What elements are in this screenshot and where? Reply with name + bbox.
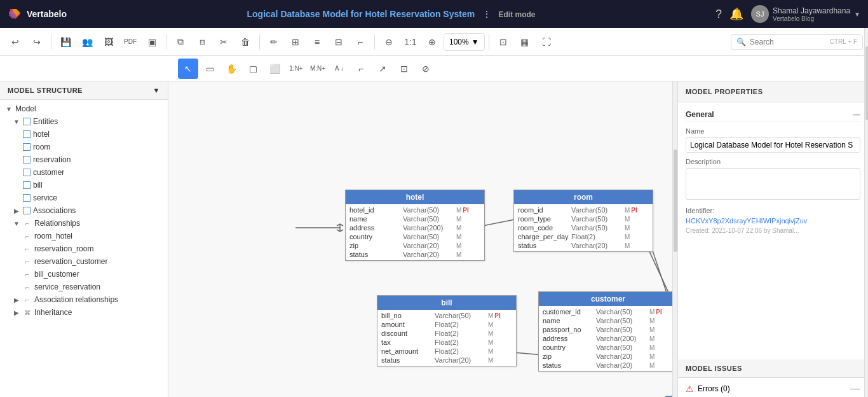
entity-label: room [33, 143, 50, 151]
delete-button[interactable]: 🗑 [235, 32, 255, 52]
rel-label: room_hotel [34, 232, 72, 240]
table-customer[interactable]: customer customer_id Varchar(50) MPI nam… [538, 291, 677, 372]
description-textarea[interactable] [686, 168, 860, 200]
table-alt-tool[interactable]: ⬜ [264, 59, 285, 79]
corner-button[interactable]: ⌐ [350, 32, 370, 52]
one-n-tool[interactable]: 1:N+ [286, 59, 306, 79]
sep5 [489, 34, 489, 50]
model-issues-section: MODEL ISSUES ⚠ Errors (0) — ⚠ Warnings (… [678, 359, 868, 397]
sidebar: MODEL STRUCTURE ▼ ▼ Model ▼ Entities hot… [0, 81, 168, 397]
user-info: Shamal Jayawardhana Vertabelo Blog [773, 6, 850, 22]
sidebar-item-reservation-room[interactable]: ⌐ reservation_room [0, 242, 168, 255]
distribute-button[interactable]: ⊞ [285, 32, 306, 52]
zoom-out-button[interactable]: ⊖ [379, 32, 399, 52]
add-user-button[interactable]: 👥 [77, 32, 97, 52]
rect-select-tool[interactable]: ▭ [200, 59, 220, 79]
sidebar-relationships[interactable]: ▼ ⌐ Relationships [0, 217, 168, 230]
right-panel-scrollbar[interactable] [864, 81, 868, 397]
table-hotel[interactable]: hotel hotel_id Varchar(50) MPI name Varc… [345, 190, 485, 261]
associations-label: Associations [33, 206, 76, 215]
sidebar-item-customer[interactable]: customer [0, 166, 168, 179]
sidebar-model-root[interactable]: ▼ Model [0, 102, 168, 115]
scrollbar-thumb[interactable] [674, 150, 677, 252]
sidebar-item-bill-customer[interactable]: ⌐ bill_customer [0, 268, 168, 281]
right-panel: MODEL PROPERTIES General — Name Descript… [677, 81, 868, 397]
frame-tool[interactable]: ⊡ [394, 59, 414, 79]
image-button[interactable]: 🖼 [98, 32, 119, 52]
annotation-tool[interactable]: A ↓ [329, 59, 349, 79]
bend-tool[interactable]: ⌐ [351, 59, 371, 79]
line-tool[interactable]: ↗ [372, 59, 393, 79]
collapse-section-icon[interactable]: — [853, 110, 860, 119]
assoc-rel-icon: ⌐ [23, 295, 32, 304]
entities-icon [23, 118, 31, 125]
table-row: address Varchar(200) M [539, 334, 677, 343]
save-button[interactable]: 💾 [55, 32, 76, 52]
search-box[interactable]: 🔍 CTRL + F [731, 34, 863, 50]
inheritance-label: Inheritance [34, 308, 72, 317]
sidebar-item-service-reservation[interactable]: ⌐ service_reservation [0, 281, 168, 293]
vertical-scrollbar[interactable] [672, 81, 677, 397]
rel-item-icon: ⌐ [23, 282, 32, 291]
cut-button[interactable]: ✂ [214, 32, 234, 52]
copy-button[interactable]: ⧉ [170, 32, 191, 52]
name-input[interactable] [686, 137, 860, 153]
desc-label: Description [686, 158, 860, 165]
sidebar-item-room[interactable]: room [0, 141, 168, 153]
entities-label: Entities [33, 117, 58, 126]
sidebar-item-reservation-customer[interactable]: ⌐ reservation_customer [0, 255, 168, 268]
hand-tool[interactable]: ✋ [221, 59, 241, 79]
entity-label: reservation [33, 155, 71, 164]
table-row: status Varchar(20) M [346, 250, 484, 259]
sidebar-item-room-hotel[interactable]: ⌐ room_hotel [0, 230, 168, 242]
canvas[interactable]: hotel hotel_id Varchar(50) MPI name Varc… [168, 81, 677, 397]
sep1 [51, 34, 51, 50]
align-button[interactable]: ≡ [307, 32, 327, 52]
search-input[interactable] [750, 38, 826, 46]
collapse-icon[interactable]: ▼ [153, 87, 160, 94]
created-label: Created: 2021-10-07 22:06 by Shamal... [686, 227, 860, 234]
table-room[interactable]: room room_id Varchar(50) MPI room_type V… [513, 190, 653, 252]
logo[interactable]: Vertabelo [8, 6, 67, 22]
errors-minus-icon[interactable]: — [850, 383, 860, 394]
edit-button[interactable]: ✏ [264, 32, 284, 52]
sidebar-entities[interactable]: ▼ Entities [0, 115, 168, 128]
page-title: Logical Database Model for Hotel Reserva… [74, 9, 708, 19]
table-bill[interactable]: bill bill_no Varchar(50) MPI amount Floa… [377, 295, 517, 366]
edit-mode-label[interactable]: Edit mode [499, 10, 536, 19]
minimap-button[interactable]: ⊡ [493, 32, 513, 52]
table-header-bill: bill [377, 296, 516, 310]
sidebar-item-hotel[interactable]: hotel [0, 128, 168, 141]
paste-button[interactable]: ⧈ [192, 32, 212, 52]
select-tool[interactable]: ↖ [178, 59, 198, 79]
layout-button[interactable]: ▣ [142, 32, 162, 52]
bell-icon[interactable]: 🔔 [729, 7, 743, 21]
sidebar-assoc-rel[interactable]: ▶ ⌐ Association relationships [0, 293, 168, 306]
model-label: Model [15, 104, 36, 113]
sidebar-item-reservation[interactable]: reservation [0, 153, 168, 166]
right-scrollbar-thumb[interactable] [865, 81, 868, 120]
help-icon[interactable]: ? [715, 8, 722, 21]
zoom-reset-button[interactable]: 1:1 [400, 32, 421, 52]
table-tool[interactable]: ▢ [243, 59, 263, 79]
grid-button[interactable]: ▦ [515, 32, 535, 52]
redo-button[interactable]: ↪ [27, 32, 47, 52]
pdf-button[interactable]: PDF [120, 32, 140, 52]
sidebar-item-service[interactable]: service [0, 192, 168, 204]
zoom-in-button[interactable]: ⊕ [422, 32, 442, 52]
sidebar-header: MODEL STRUCTURE ▼ [0, 81, 168, 100]
table-row: name Varchar(50) M [539, 316, 677, 325]
zoom-dropdown[interactable]: 100% ▼ [444, 33, 485, 51]
sidebar-associations[interactable]: ▶ Associations [0, 204, 168, 217]
no-entry-tool[interactable]: ⊘ [416, 59, 436, 79]
errors-label: ⚠ Errors (0) [686, 384, 730, 394]
sidebar-item-bill[interactable]: bill [0, 179, 168, 192]
expand-icon: ▼ [5, 105, 13, 113]
undo-button[interactable]: ↩ [5, 32, 25, 52]
fullscreen-button[interactable]: ⛶ [536, 32, 557, 52]
m-n-tool[interactable]: M:N+ [308, 59, 328, 79]
layers-button[interactable]: ⊟ [329, 32, 349, 52]
sidebar-inheritance[interactable]: ▶ ⌘ Inheritance [0, 306, 168, 319]
table-row: room_id Varchar(50) MPI [514, 205, 653, 214]
user-menu[interactable]: SJ Shamal Jayawardhana Vertabelo Blog ▼ [751, 5, 860, 23]
